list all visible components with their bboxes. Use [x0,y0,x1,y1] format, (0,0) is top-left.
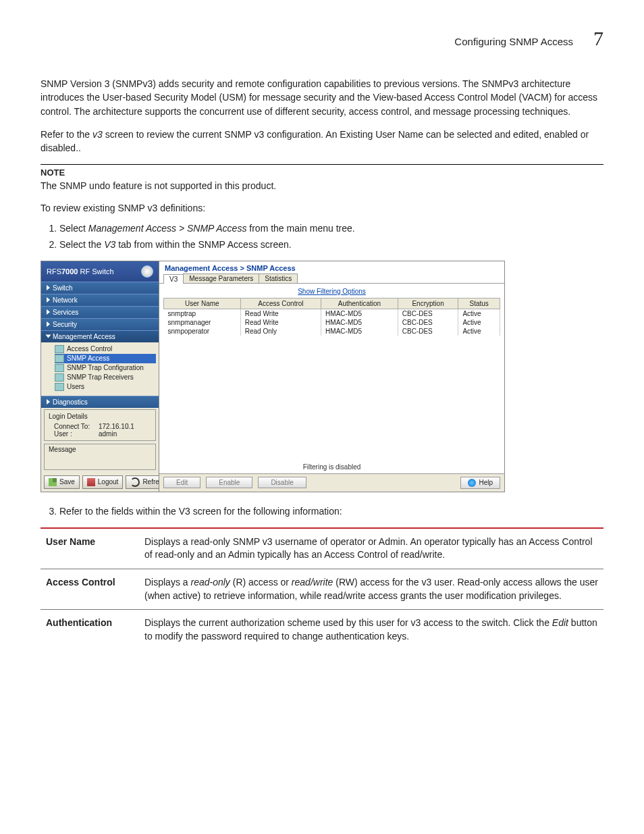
col-authentication[interactable]: Authentication [321,298,398,309]
col-status[interactable]: Status [458,298,500,309]
tab-statistics[interactable]: Statistics [259,273,298,283]
table-row[interactable]: snmptrapRead WriteHMAC-MD5CBC-DESActive [164,309,500,318]
message-box: Message [44,444,156,470]
save-button[interactable]: Save [44,475,80,489]
tab-message-parameters[interactable]: Message Parameters [183,273,259,283]
nav-diagnostics[interactable]: Diagnostics [41,396,159,408]
page-header-title: Configuring SNMP Access [454,36,573,47]
folder-icon [55,345,64,353]
folder-icon [55,364,64,372]
tab-v3[interactable]: V3 [163,274,184,284]
subnav-snmp-trap-config[interactable]: SNMP Trap Configuration [55,363,156,373]
save-icon [49,478,57,486]
help-icon [468,479,476,487]
folder-icon [55,355,64,363]
intro-paragraph-2: Refer to the v3 screen to review the cur… [41,128,603,155]
enable-button[interactable]: Enable [206,477,252,488]
step-1: Select Management Access > SNMP Access f… [59,223,603,234]
folder-icon [55,383,64,391]
help-button[interactable]: Help [460,477,500,489]
snmp-v3-table: User Name Access Control Authentication … [163,298,500,336]
login-details-box: Login Details Connect To:172.16.10.1 Use… [44,409,156,441]
logout-icon [87,478,95,486]
screenshot-snmp-access: RFS7000 RF Switch Switch Network Service… [41,261,505,492]
subnav-users[interactable]: Users [55,382,156,392]
def-key: Authentication [41,610,139,650]
page-chapter-number: 7 [593,27,603,50]
subnav-access-control[interactable]: Access Control [55,344,156,354]
def-value: Displays the current authorization schem… [139,610,603,650]
note-rule [41,164,603,165]
nav-services[interactable]: Services [41,306,159,318]
def-key: User Name [41,528,139,569]
nav-security[interactable]: Security [41,318,159,330]
step-3: Refer to the fields within the V3 screen… [59,506,603,517]
note-text: The SNMP undo feature is not supported i… [41,179,603,192]
def-value: Displays a read-only (R) access or read/… [139,569,603,609]
motorola-logo-icon [141,265,153,278]
subnav-snmp-trap-receivers[interactable]: SNMP Trap Receivers [55,373,156,382]
note-label: NOTE [41,167,603,178]
edit-button[interactable]: Edit [163,477,200,488]
logout-button[interactable]: Logout [82,475,124,489]
nav-switch[interactable]: Switch [41,282,159,294]
show-filtering-link[interactable]: Show Filtering Options [159,284,504,298]
intro-paragraph-1: SNMP Version 3 (SNMPv3) adds security an… [41,77,603,118]
procedure-lead: To review existing SNMP v3 definitions: [41,203,603,213]
step-2: Select the V3 tab from within the SNMP A… [59,239,603,250]
def-key: Access Control [41,569,139,609]
breadcrumb: Management Access > SNMP Access [159,261,504,273]
folder-icon [55,373,64,382]
col-user-name[interactable]: User Name [164,298,241,309]
subnav-snmp-access[interactable]: SNMP Access [55,354,156,363]
col-access-control[interactable]: Access Control [240,298,321,309]
refresh-icon [130,477,140,487]
field-definition-table: User Name Displays a read-only SNMP v3 u… [41,527,603,650]
def-value: Displays a read-only SNMP v3 username of… [139,528,603,569]
disable-button[interactable]: Disable [258,477,306,488]
brand-bar: RFS7000 RF Switch [41,261,159,282]
nav-network[interactable]: Network [41,294,159,306]
table-row[interactable]: snmpmanagerRead WriteHMAC-MD5CBC-DESActi… [164,318,500,327]
col-encryption[interactable]: Encryption [398,298,458,309]
filter-status-text: Filtering is disabled [159,461,504,473]
table-row[interactable]: snmpoperatorRead OnlyHMAC-MD5CBC-DESActi… [164,327,500,336]
nav-management-access[interactable]: Management Access [41,330,159,342]
